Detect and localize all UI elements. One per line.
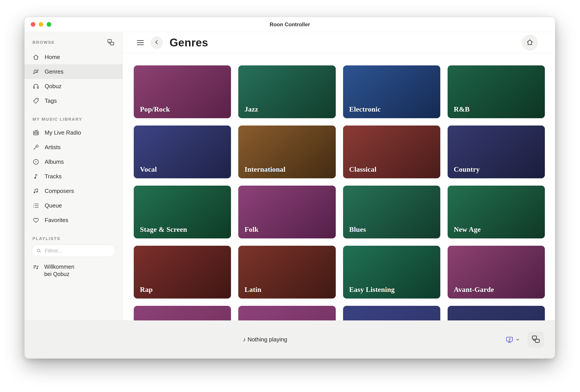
chevron-left-icon <box>154 39 160 46</box>
genre-tile-label: Vocal <box>140 165 157 173</box>
home-icon <box>32 54 39 61</box>
sidebar: BROWSE HomeGenresQobuzTags MY MUSIC LIBR… <box>24 32 123 320</box>
display-transfer-button[interactable] <box>106 37 116 47</box>
home-icon <box>526 38 534 47</box>
sidebar-item-queue[interactable]: Queue <box>24 198 123 213</box>
sidebar-item-home[interactable]: Home <box>24 50 123 64</box>
genre-tile-rap[interactable]: Rap <box>134 246 231 298</box>
genre-tile-international[interactable]: International <box>238 126 335 178</box>
genre-tile-vocal[interactable]: Vocal <box>134 126 231 178</box>
microphone-icon <box>32 144 39 151</box>
note-icon <box>32 173 39 180</box>
genre-tile-stage-screen[interactable]: Stage & Screen <box>134 186 231 239</box>
genre-tile-label: Jazz <box>245 105 258 113</box>
window-title: Roon Controller <box>270 21 310 28</box>
genre-tile-avant-garde[interactable]: Avant-Garde <box>447 246 545 298</box>
genre-tile-latin[interactable]: Latin <box>238 246 335 298</box>
playlist-icon <box>32 264 39 271</box>
playlist-item-label: Willkommen bei Qobuz <box>44 263 74 278</box>
sidebar-item-label: Favorites <box>45 217 68 224</box>
playlist-filter <box>32 245 115 257</box>
minimize-window-button[interactable] <box>39 22 43 27</box>
sidebar-head: BROWSE <box>24 37 123 47</box>
sidebar-item-albums[interactable]: Albums <box>24 154 123 169</box>
zoom-window-button[interactable] <box>47 22 51 27</box>
notes-icon <box>32 188 39 194</box>
genre-tile-country[interactable]: Country <box>447 126 545 178</box>
page-title: Genres <box>169 36 208 49</box>
genre-tile-label: Avant-Garde <box>454 285 494 294</box>
main-area: Genres Pop/RockJazzElectronicR&BVocalInt… <box>123 32 555 320</box>
library-section-label: MY MUSIC LIBRARY <box>24 117 123 122</box>
zone-picker-button[interactable] <box>506 336 520 344</box>
back-button[interactable] <box>150 36 163 49</box>
chevron-down-icon <box>515 337 520 342</box>
genre-grid: Pop/RockJazzElectronicR&BVocalInternatio… <box>134 65 545 320</box>
footer-controls <box>506 331 555 348</box>
genre-tile-label: Folk <box>245 225 258 234</box>
transport-bar: ♪ Nothing playing <box>24 320 555 358</box>
genre-tile-label: Stage & Screen <box>140 225 187 234</box>
audio-zone-icon <box>506 336 513 344</box>
playlist-item-willkommen-bei-qobuz[interactable]: Willkommen bei Qobuz <box>24 257 123 278</box>
now-playing-status: ♪ Nothing playing <box>24 336 506 343</box>
queue-icon <box>32 202 39 209</box>
sidebar-item-composers[interactable]: Composers <box>24 184 123 198</box>
genre-tile-label: International <box>245 165 285 173</box>
sidebar-item-label: Artists <box>45 144 61 151</box>
titlebar: Roon Controller <box>24 17 555 32</box>
genre-tile-partial-18[interactable] <box>343 306 440 320</box>
tag-icon <box>32 98 39 104</box>
disc-icon <box>32 158 39 165</box>
genre-tile-folk[interactable]: Folk <box>238 186 335 239</box>
genre-tile-partial-17[interactable] <box>238 306 335 320</box>
display-transfer-footer-button[interactable] <box>528 331 544 348</box>
genre-tile-new-age[interactable]: New Age <box>447 186 545 239</box>
sidebar-item-artists[interactable]: Artists <box>24 140 123 154</box>
genre-tile-label: New Age <box>454 225 481 234</box>
genre-tile-easy-listening[interactable]: Easy Listening <box>343 246 440 298</box>
sidebar-item-favorites[interactable]: Favorites <box>24 213 123 227</box>
genre-grid-viewport[interactable]: Pop/RockJazzElectronicR&BVocalInternatio… <box>123 53 555 320</box>
genre-tile-r-b[interactable]: R&B <box>447 65 545 118</box>
genre-tile-pop-rock[interactable]: Pop/Rock <box>134 65 231 118</box>
heart-icon <box>32 217 39 224</box>
sidebar-item-label: Qobuz <box>45 83 62 90</box>
sidebar-item-label: Home <box>45 54 60 61</box>
sidebar-item-tags[interactable]: Tags <box>24 94 123 108</box>
playlist-filter-input[interactable] <box>32 245 115 257</box>
genre-tile-jazz[interactable]: Jazz <box>238 65 335 118</box>
sidebar-item-label: Composers <box>45 188 74 194</box>
sidebar-item-my-live-radio[interactable]: My Live Radio <box>24 125 123 140</box>
genre-tile-label: R&B <box>454 105 470 113</box>
sidebar-item-label: My Live Radio <box>45 129 81 136</box>
sidebar-item-label: Genres <box>45 68 63 75</box>
sidebar-item-genres[interactable]: Genres <box>24 64 123 79</box>
genre-tile-label: Country <box>454 165 480 173</box>
genre-tile-partial-19[interactable] <box>447 306 545 320</box>
genre-tile-label: Easy Listening <box>349 285 395 294</box>
browse-nav: HomeGenresQobuzTags <box>24 50 123 108</box>
sidebar-item-label: Tags <box>45 98 57 104</box>
display-transfer-icon <box>107 38 115 47</box>
roon-window: Roon Controller BROWSE HomeGenresQobuzTa… <box>24 17 555 359</box>
menu-button[interactable] <box>136 38 145 47</box>
main-header: Genres <box>123 32 555 53</box>
close-window-button[interactable] <box>31 22 35 27</box>
genre-tile-classical[interactable]: Classical <box>343 126 440 178</box>
display-transfer-icon <box>531 335 540 345</box>
genre-tile-label: Electronic <box>349 105 381 113</box>
sidebar-item-qobuz[interactable]: Qobuz <box>24 79 123 94</box>
home-button[interactable] <box>522 35 538 51</box>
sidebar-item-label: Albums <box>45 158 64 165</box>
sidebar-item-tracks[interactable]: Tracks <box>24 169 123 184</box>
genre-tile-label: Latin <box>245 285 261 294</box>
genre-tile-blues[interactable]: Blues <box>343 186 440 239</box>
radio-icon <box>32 129 39 136</box>
genre-tile-electronic[interactable]: Electronic <box>343 65 440 118</box>
search-icon <box>36 248 42 254</box>
genre-tile-partial-16[interactable] <box>134 306 231 320</box>
traffic-lights <box>31 17 51 32</box>
sidebar-item-label: Tracks <box>45 173 62 180</box>
genres-icon <box>32 68 39 75</box>
